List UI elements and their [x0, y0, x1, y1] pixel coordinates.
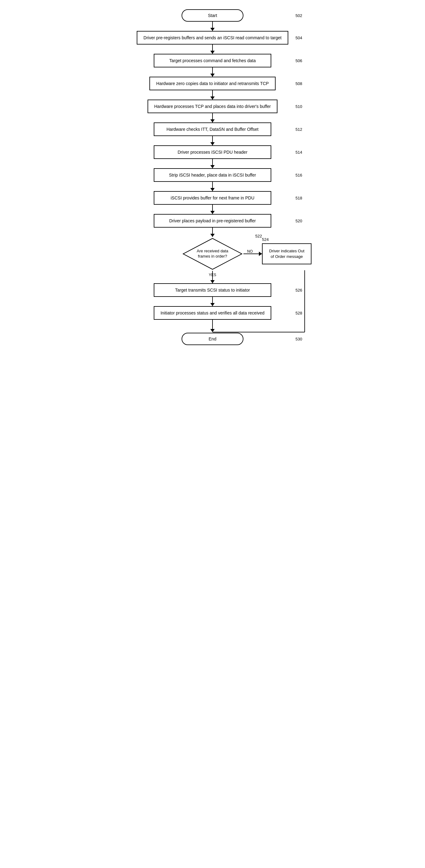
node-512-row: Hardware checks ITT, DataSN and Buffer O… [104, 122, 321, 136]
node-526-id: 526 [295, 288, 302, 292]
arrow-9 [212, 205, 213, 214]
merge-arrows [104, 320, 321, 332]
node-524-id: 524 [262, 237, 269, 242]
arrow-12 [212, 297, 213, 306]
node-516-label: Strip iSCSI header, place data in iSCSI … [169, 173, 256, 178]
node-526-row: Target transmits SCSI status to initiato… [104, 283, 321, 297]
arrow-11 [212, 271, 213, 283]
start-label: Start [208, 13, 217, 18]
node-506-row: Target processes command and fetches dat… [104, 54, 321, 67]
side-connector-svg [104, 320, 321, 332]
node-506-label: Target processes command and fetches dat… [169, 58, 255, 63]
node-512-label: Hardware checks ITT, DataSN and Buffer O… [166, 127, 259, 132]
node-508: Hardware zero copies data to initiator a… [149, 77, 276, 90]
start-node: Start [182, 9, 243, 22]
node-520-id: 520 [295, 219, 302, 223]
node-522-id: 522 [255, 234, 262, 239]
node-508-row: Hardware zero copies data to initiator a… [104, 77, 321, 90]
h-arrow-head [259, 252, 262, 256]
arrow-1 [212, 22, 213, 31]
diamond-wrapper: Are received data frames in order? NO YE… [182, 237, 243, 271]
node-510-row: Hardware processes TCP and places data i… [104, 100, 321, 113]
main-flow: Start 502 Driver pre-registers buffers a… [104, 6, 321, 345]
node-516-row: Strip iSCSI header, place data in iSCSI … [104, 168, 321, 182]
arrow-5 [212, 113, 213, 122]
node-528-label: Initiator processes status and verifies … [160, 310, 265, 315]
node-524: Driver indicates Out of Order message [262, 243, 311, 265]
h-arrow-line [243, 254, 262, 254]
node-514-label: Driver processes iSCSI PDU header [178, 150, 247, 155]
node-508-label: Hardware zero copies data to initiator a… [156, 81, 269, 86]
node-506: Target processes command and fetches dat… [154, 54, 271, 67]
arrow-10 [212, 227, 213, 237]
end-row: End 530 [104, 333, 321, 345]
node-504-row: Driver pre-registers buffers and sends a… [104, 31, 321, 44]
node-520-label: Driver places payload in pre-registered … [169, 218, 256, 223]
node-516-id: 516 [295, 173, 302, 178]
node-518: iSCSI provides buffer for next frame in … [154, 191, 271, 205]
node-510-label: Hardware processes TCP and places data i… [154, 104, 271, 109]
no-path: Driver indicates Out of Order message 52… [243, 243, 311, 265]
end-id: 530 [295, 337, 302, 341]
arrow-4 [212, 90, 213, 100]
node-514: Driver processes iSCSI PDU header [154, 145, 271, 159]
start-id: 502 [295, 13, 302, 18]
node-510: Hardware processes TCP and places data i… [148, 100, 278, 113]
node-518-label: iSCSI provides buffer for next frame in … [171, 195, 254, 200]
node-508-id: 508 [295, 81, 302, 86]
node-524-label: Driver indicates Out of Order message [269, 249, 304, 259]
node-504-id: 504 [295, 36, 302, 40]
node-526-label: Target transmits SCSI status to initiato… [175, 287, 250, 292]
arrow-2 [212, 44, 213, 54]
node-528-id: 528 [295, 311, 302, 315]
arrow-7 [212, 159, 213, 168]
node-504-label: Driver pre-registers buffers and sends a… [144, 35, 281, 40]
node-506-id: 506 [295, 58, 302, 63]
end-node: End [182, 333, 243, 345]
node-526: Target transmits SCSI status to initiato… [154, 283, 271, 297]
node-518-row: iSCSI provides buffer for next frame in … [104, 191, 321, 205]
end-label: End [209, 336, 216, 341]
node-520-row: Driver places payload in pre-registered … [104, 214, 321, 227]
node-514-row: Driver processes iSCSI PDU header 514 [104, 145, 321, 159]
node-514-id: 514 [295, 150, 302, 155]
diamond-section: Are received data frames in order? NO YE… [104, 237, 321, 271]
flowchart-container: Start 502 Driver pre-registers buffers a… [104, 6, 321, 345]
node-510-id: 510 [295, 104, 302, 109]
start-row: Start 502 [104, 9, 321, 22]
node-520: Driver places payload in pre-registered … [154, 214, 271, 227]
arrow-6 [212, 136, 213, 145]
arrow-8 [212, 182, 213, 191]
node-516: Strip iSCSI header, place data in iSCSI … [154, 168, 271, 182]
node-524-wrapper: Driver indicates Out of Order message 52… [262, 243, 311, 265]
node-504: Driver pre-registers buffers and sends a… [137, 31, 288, 44]
node-518-id: 518 [295, 196, 302, 200]
node-512: Hardware checks ITT, DataSN and Buffer O… [154, 122, 271, 136]
diamond-label: Are received data frames in order? [191, 249, 234, 259]
arrow-3 [212, 67, 213, 77]
node-528-row: Initiator processes status and verifies … [104, 306, 321, 320]
node-512-id: 512 [295, 127, 302, 132]
node-528: Initiator processes status and verifies … [154, 306, 271, 320]
